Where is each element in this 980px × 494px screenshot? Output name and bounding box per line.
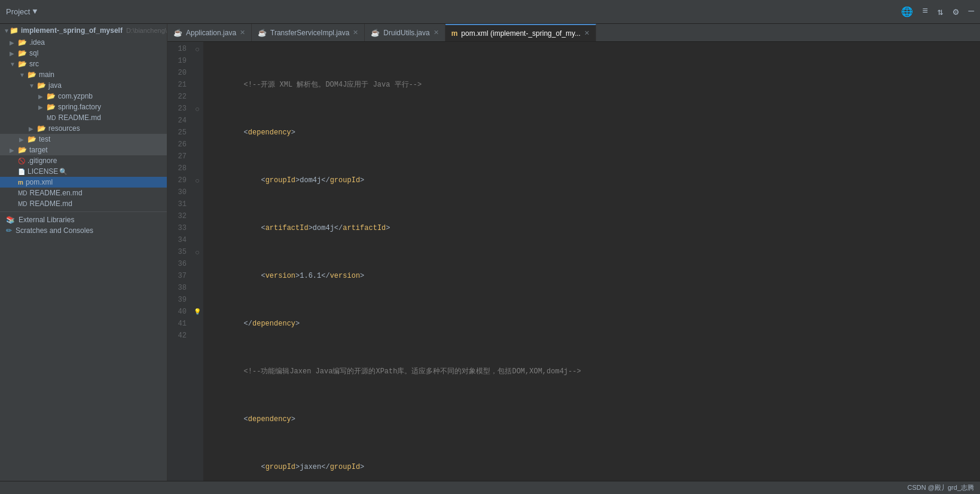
gitignore-label: .gitignore <box>28 157 57 165</box>
tab-application[interactable]: ☕ Application.java ✕ <box>167 24 252 41</box>
sidebar-item-readme-en[interactable]: ▶ MD README.en.md <box>0 188 167 198</box>
extlib-icon: 📚 <box>6 216 15 224</box>
readme-icon: MD <box>18 201 28 207</box>
readme-java-icon: MD <box>47 115 56 121</box>
comment-18: <!--开源 XML 解析包。DOM4J应用于 Java 平行--> <box>209 79 422 91</box>
gutter-20 <box>191 67 203 79</box>
sort-icon[interactable]: ⇅ <box>938 6 944 18</box>
ln-40: 40 <box>172 306 187 318</box>
sidebar-item-target[interactable]: ▶ 📂 target <box>0 145 167 155</box>
ln-34: 34 <box>172 234 187 246</box>
top-bar: Project ▼ 🌐 ≡ ⇅ ⚙ — <box>0 0 980 24</box>
ln-26: 26 <box>172 139 187 151</box>
sidebar-item-java[interactable]: ▼ 📂 java <box>0 80 167 91</box>
sidebar-item-readme[interactable]: ▶ MD README.md <box>0 198 167 209</box>
scratch-label: Scratches and Consoles <box>16 226 93 235</box>
src-icon: 📂 <box>18 60 27 68</box>
sidebar-item-src[interactable]: ▼ 📂 src <box>0 59 167 69</box>
gutter-19 <box>191 55 203 67</box>
gutter-32 <box>191 210 203 222</box>
sidebar-item-pom-xml[interactable]: ▶ m pom.xml <box>0 177 167 188</box>
idea-icon: 📂 <box>18 38 27 47</box>
ln-37: 37 <box>172 270 187 282</box>
gutter-39 <box>191 294 203 306</box>
sql-chevron: ▶ <box>10 50 18 57</box>
ln-21: 21 <box>172 79 187 91</box>
external-libraries[interactable]: 📚 External Libraries <box>0 214 167 225</box>
line-numbers: 18 19 20 21 22 23 24 25 26 27 28 29 30 3… <box>167 42 191 481</box>
sidebar-item-main[interactable]: ▼ 📂 main <box>0 69 167 80</box>
test-chevron: ▶ <box>19 136 28 143</box>
code-line-19: <dependency> <box>209 127 980 139</box>
gutter-21 <box>191 79 203 91</box>
gutter-29: ◯ <box>191 174 203 186</box>
gutter: ◯ ◯ ◯ ◯ <box>191 42 203 481</box>
tab-pom-close[interactable]: ✕ <box>584 29 590 37</box>
scratch-icon: ✏ <box>6 226 12 235</box>
main-icon: 📂 <box>28 70 36 79</box>
target-icon: 📂 <box>18 146 27 154</box>
ln-19: 19 <box>172 55 187 67</box>
readme-label: README.md <box>30 200 72 208</box>
gutter-27 <box>191 151 203 162</box>
scratches-consoles[interactable]: ✏ Scratches and Consoles <box>0 225 167 236</box>
springfactory-icon: 📂 <box>47 103 56 111</box>
tab-application-label: Application.java <box>186 29 236 37</box>
tab-application-close[interactable]: ✕ <box>240 29 245 36</box>
springfactory-chevron: ▶ <box>38 104 47 111</box>
ln-18: 18 <box>172 43 187 55</box>
tab-druid[interactable]: ☕ DruidUtils.java ✕ <box>365 24 445 41</box>
sidebar-item-gitignore[interactable]: ▶ 🚫 .gitignore <box>0 155 167 166</box>
gutter-36 <box>191 258 203 270</box>
minimize-icon[interactable]: — <box>968 6 974 18</box>
sidebar-item-resources[interactable]: ▶ 📂 resources <box>0 123 167 134</box>
sidebar-item-test[interactable]: ▶ 📂 test <box>0 134 167 145</box>
gutter-30 <box>191 186 203 198</box>
tab-pom-label: pom.xml (implement-_spring_of_my... <box>461 29 581 38</box>
code-editor[interactable]: <!--开源 XML 解析包。DOM4J应用于 Java 平行--> <depe… <box>203 42 980 481</box>
status-text: CSDN @殿丿grd_志腾 <box>908 483 974 492</box>
ln-41: 41 <box>172 318 187 330</box>
sidebar-item-idea[interactable]: ▶ 📂 .idea <box>0 37 167 48</box>
settings-icon[interactable]: ⚙ <box>953 6 959 18</box>
tab-pom[interactable]: m pom.xml (implement-_spring_of_my... ✕ <box>445 24 597 41</box>
sidebar-item-com-yzpnb[interactable]: ▶ 📂 com.yzpnb <box>0 91 167 102</box>
editor-content[interactable]: 18 19 20 21 22 23 24 25 26 27 28 29 30 3… <box>167 42 980 481</box>
gutter-37 <box>191 270 203 282</box>
tab-bar: ☕ Application.java ✕ ☕ TransferServiceIm… <box>167 24 980 42</box>
sidebar-item-spring-factory[interactable]: ▶ 📂 spring.factory <box>0 102 167 112</box>
sidebar-item-sql[interactable]: ▶ 📂 sql <box>0 48 167 59</box>
ln-29: 29 <box>172 174 187 186</box>
gutter-31 <box>191 198 203 210</box>
gutter-38 <box>191 282 203 294</box>
code-line-26: <groupId>jaxen</groupId> <box>209 461 980 473</box>
tab-druid-close[interactable]: ✕ <box>433 29 439 36</box>
code-line-25: <dependency> <box>209 413 980 425</box>
comyzpnb-icon: 📂 <box>47 92 56 100</box>
resources-chevron: ▶ <box>29 125 37 132</box>
code-line-22: <version>1.6.1</version> <box>209 270 980 282</box>
test-label: test <box>39 135 50 143</box>
ln-20: 20 <box>172 67 187 79</box>
project-root[interactable]: ▼ 📁 implement-_spring_of_myself D:\bianc… <box>0 24 167 37</box>
project-dropdown-icon[interactable]: ▼ <box>32 7 37 16</box>
code-line-18: <!--开源 XML 解析包。DOM4J应用于 Java 平行--> <box>209 79 980 91</box>
src-label: src <box>29 60 39 68</box>
gutter-35: ◯ <box>191 246 203 258</box>
root-path: D:\biancheng\IdeaProjects\imple... <box>126 27 167 34</box>
sql-icon: 📂 <box>18 49 27 57</box>
sidebar-item-license[interactable]: ▶ 📄 LICENSE 🔍 <box>0 166 167 177</box>
readme-java-label: README.md <box>59 113 101 122</box>
tab-transfer-close[interactable]: ✕ <box>353 29 358 36</box>
gutter-25 <box>191 127 203 139</box>
code-line-20: <groupId>dom4j</groupId> <box>209 174 980 186</box>
ln-27: 27 <box>172 151 187 162</box>
ln-32: 32 <box>172 210 187 222</box>
project-title[interactable]: Project <box>6 7 30 16</box>
sidebar-item-readme-java[interactable]: ▶ MD README.md <box>0 112 167 123</box>
globe-icon[interactable]: 🌐 <box>901 6 913 18</box>
license-label: LICENSE <box>28 167 58 176</box>
tab-transfer[interactable]: ☕ TransferServiceImpl.java ✕ <box>252 24 365 41</box>
list-icon[interactable]: ≡ <box>923 6 929 18</box>
license-search-icon: 🔍 <box>59 168 68 176</box>
